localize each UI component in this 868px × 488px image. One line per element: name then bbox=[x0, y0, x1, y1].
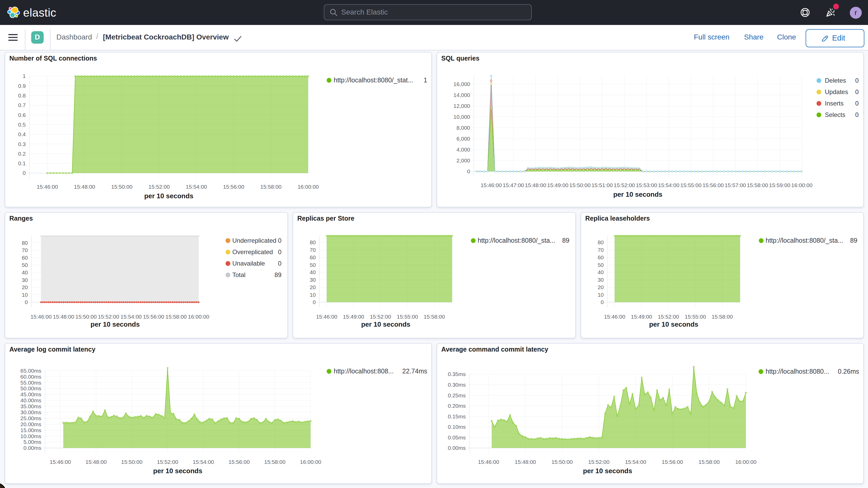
svg-text:16:00:00: 16:00:00 bbox=[188, 314, 209, 319]
svg-text:0.9: 0.9 bbox=[18, 83, 26, 89]
svg-text:40.00ms: 40.00ms bbox=[20, 397, 41, 403]
svg-text:15:46:00: 15:46:00 bbox=[30, 314, 52, 319]
svg-text:Inserts: Inserts bbox=[825, 100, 843, 107]
svg-text:55.00ms: 55.00ms bbox=[20, 379, 41, 386]
svg-text:per 10 seconds: per 10 seconds bbox=[583, 467, 632, 475]
svg-text:25.00ms: 25.00ms bbox=[20, 415, 41, 421]
svg-text:0.6: 0.6 bbox=[18, 112, 26, 118]
svg-text:15:51:00: 15:51:00 bbox=[591, 182, 613, 188]
svg-text:15:56:00: 15:56:00 bbox=[143, 314, 164, 319]
svg-text:80: 80 bbox=[310, 239, 315, 245]
svg-text:15:52:00: 15:52:00 bbox=[588, 459, 609, 465]
svg-text:15:49:00: 15:49:00 bbox=[547, 182, 568, 188]
svg-text:15:56:00: 15:56:00 bbox=[228, 459, 249, 465]
svg-text:15:53:00: 15:53:00 bbox=[636, 182, 657, 188]
svg-text:20.00ms: 20.00ms bbox=[20, 421, 41, 427]
svg-text:15:52:00: 15:52:00 bbox=[614, 182, 635, 188]
svg-text:89: 89 bbox=[562, 237, 569, 244]
svg-text:0: 0 bbox=[278, 260, 281, 267]
svg-text:15:47:00: 15:47:00 bbox=[503, 182, 524, 188]
svg-text:60: 60 bbox=[597, 254, 603, 261]
svg-text:40: 40 bbox=[22, 270, 28, 275]
svg-text:Deletes: Deletes bbox=[825, 77, 846, 84]
svg-text:0.20ms: 0.20ms bbox=[447, 403, 465, 409]
svg-text:0: 0 bbox=[855, 111, 858, 118]
svg-text:15:48:00: 15:48:00 bbox=[53, 314, 74, 319]
svg-text:30: 30 bbox=[22, 277, 28, 283]
svg-text:0: 0 bbox=[24, 299, 28, 305]
svg-text:20: 20 bbox=[597, 284, 603, 290]
svg-text:15:56:00: 15:56:00 bbox=[661, 459, 683, 465]
svg-text:70: 70 bbox=[22, 247, 28, 253]
svg-text:5.00ms: 5.00ms bbox=[23, 439, 41, 445]
svg-text:6,000: 6,000 bbox=[456, 135, 470, 142]
svg-text:60: 60 bbox=[22, 255, 28, 261]
svg-text:0.25ms: 0.25ms bbox=[447, 392, 465, 398]
svg-text:15.00ms: 15.00ms bbox=[20, 427, 41, 433]
svg-text:15:48:00: 15:48:00 bbox=[85, 459, 106, 465]
svg-text:15:54:00: 15:54:00 bbox=[658, 182, 679, 188]
svg-text:Replica leaseholders: Replica leaseholders bbox=[585, 215, 650, 222]
svg-text:14,000: 14,000 bbox=[453, 92, 470, 98]
svg-text:0.7: 0.7 bbox=[18, 102, 26, 108]
svg-text:20: 20 bbox=[22, 284, 28, 290]
svg-text:Number of SQL connections: Number of SQL connections bbox=[9, 55, 97, 62]
svg-text:60.00ms: 60.00ms bbox=[20, 374, 41, 379]
svg-text:15:58:00: 15:58:00 bbox=[260, 184, 281, 190]
svg-text:0: 0 bbox=[855, 77, 858, 84]
svg-text:0.00ms: 0.00ms bbox=[23, 445, 41, 451]
svg-text:22.74ms: 22.74ms bbox=[402, 367, 427, 375]
svg-text:0: 0 bbox=[855, 88, 858, 95]
svg-text:Updates: Updates bbox=[825, 88, 848, 95]
svg-text:http://localhost:8080/_stat...: http://localhost:8080/_stat... bbox=[334, 77, 413, 84]
svg-text:15:55:00: 15:55:00 bbox=[680, 182, 702, 188]
svg-text:0.4: 0.4 bbox=[18, 131, 26, 137]
svg-text:4,000: 4,000 bbox=[456, 147, 470, 153]
svg-text:0: 0 bbox=[855, 100, 858, 107]
svg-text:60: 60 bbox=[310, 254, 315, 261]
svg-text:per 10 seconds: per 10 seconds bbox=[613, 190, 662, 198]
svg-text:15:58:00: 15:58:00 bbox=[698, 459, 720, 465]
svg-text:http://localhost:8080/_sta...: http://localhost:8080/_sta... bbox=[477, 237, 555, 244]
svg-text:16:00:00: 16:00:00 bbox=[297, 184, 319, 190]
svg-text:50: 50 bbox=[597, 262, 603, 268]
svg-text:15:50:00: 15:50:00 bbox=[551, 459, 572, 465]
svg-text:30: 30 bbox=[310, 277, 315, 283]
svg-text:per 10 seconds: per 10 seconds bbox=[153, 467, 202, 475]
svg-text:70: 70 bbox=[597, 247, 603, 253]
svg-text:per 10 seconds: per 10 seconds bbox=[90, 321, 139, 328]
svg-text:0.5: 0.5 bbox=[18, 122, 26, 128]
svg-text:15:46:00: 15:46:00 bbox=[50, 459, 71, 465]
svg-text:0.35ms: 0.35ms bbox=[447, 371, 465, 377]
svg-text:0: 0 bbox=[467, 169, 470, 174]
svg-text:10,000: 10,000 bbox=[453, 114, 470, 120]
svg-text:50: 50 bbox=[22, 262, 28, 268]
svg-text:15:46:00: 15:46:00 bbox=[480, 182, 502, 188]
svg-text:Selects: Selects bbox=[825, 111, 845, 118]
svg-text:2,000: 2,000 bbox=[456, 157, 470, 163]
svg-text:15:59:00: 15:59:00 bbox=[769, 182, 790, 188]
svg-text:Average log commit latency: Average log commit latency bbox=[9, 345, 95, 353]
svg-text:SQL queries: SQL queries bbox=[441, 55, 479, 62]
svg-text:89: 89 bbox=[850, 237, 857, 244]
svg-text:15:46:00: 15:46:00 bbox=[36, 184, 58, 190]
svg-text:15:58:00: 15:58:00 bbox=[165, 314, 187, 319]
svg-text:15:58:00: 15:58:00 bbox=[423, 314, 445, 319]
svg-text:1: 1 bbox=[22, 73, 26, 79]
svg-text:12,000: 12,000 bbox=[453, 103, 470, 109]
svg-text:70: 70 bbox=[310, 247, 315, 253]
svg-text:30: 30 bbox=[597, 277, 603, 283]
svg-text:0.1: 0.1 bbox=[18, 160, 26, 166]
svg-text:0.26ms: 0.26ms bbox=[838, 368, 859, 375]
svg-text:10.00ms: 10.00ms bbox=[20, 433, 41, 439]
svg-text:16:00:00: 16:00:00 bbox=[791, 182, 812, 188]
svg-text:16:00:00: 16:00:00 bbox=[735, 459, 756, 465]
svg-text:10: 10 bbox=[310, 292, 315, 298]
svg-text:0.30ms: 0.30ms bbox=[447, 382, 465, 388]
svg-text:80: 80 bbox=[22, 240, 28, 246]
svg-text:15:48:00: 15:48:00 bbox=[515, 459, 536, 465]
svg-text:Underreplicated: Underreplicated bbox=[232, 237, 276, 244]
svg-text:15:56:00: 15:56:00 bbox=[702, 182, 723, 188]
svg-text:Total: Total bbox=[232, 271, 245, 278]
svg-text:Average command commit latency: Average command commit latency bbox=[441, 345, 548, 353]
